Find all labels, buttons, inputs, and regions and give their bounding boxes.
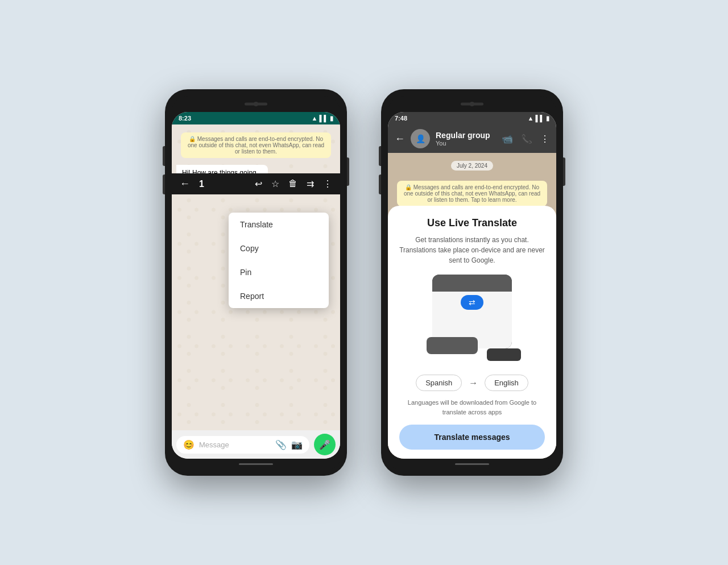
toolbar-actions: ↩ ☆ 🗑 ⇉ ⋮	[255, 178, 332, 189]
illus-phone-top	[432, 275, 512, 292]
forward-icon[interactable]: ⇉	[307, 178, 314, 189]
signal-icon: ▌▌	[319, 115, 328, 122]
voice-call-icon[interactable]: 📞	[521, 134, 532, 144]
camera-icon[interactable]: 📷	[291, 439, 303, 450]
translate-messages-button[interactable]: Translate messages	[399, 425, 545, 450]
phone1-screen: 8:23 ▲ ▌▌ ▮ ← 1 ↩ ☆ 🗑 ⇉ ⋮ 🔒 Messages and…	[172, 112, 340, 459]
mic-button[interactable]: 🎤	[314, 434, 336, 455]
phone2-camera	[470, 102, 474, 106]
phone-1: 8:23 ▲ ▌▌ ▮ ← 1 ↩ ☆ 🗑 ⇉ ⋮ 🔒 Messages and…	[165, 89, 347, 476]
more-icon[interactable]: ⋮	[323, 178, 332, 189]
message-input-area[interactable]: 😊 Message 📎 📷	[176, 436, 309, 454]
message-toolbar: ← 1 ↩ ☆ 🗑 ⇉ ⋮	[172, 173, 340, 194]
source-language-pill[interactable]: Spanish	[416, 375, 462, 391]
phone1-time: 8:23	[179, 115, 191, 122]
encryption-notice-2: 🔒 Messages and calls are end-to-end encr…	[397, 181, 547, 206]
emoji-icon[interactable]: 😊	[183, 439, 195, 450]
language-selector-row: Spanish → English	[416, 375, 528, 391]
menu-item-copy[interactable]: Copy	[229, 236, 329, 260]
phone1-status-icons: ▲ ▌▌ ▮	[312, 115, 333, 122]
arrow-icon: →	[469, 378, 478, 388]
chat-messages-2: July 2, 2024 🔒 Messages and calls are en…	[388, 153, 556, 214]
phone2-screen: 7:48 ▲ ▌▌ ▮ ← 👤 Regular group You 📹 📞 ⋮	[388, 112, 556, 459]
illus-bubble-2	[487, 348, 521, 361]
phone2-status-icons: ▲ ▌▌ ▮	[528, 115, 549, 122]
home-indicator	[239, 463, 273, 465]
live-translate-sheet: Use Live Translate Get translations inst…	[388, 206, 556, 459]
group-header: ← 👤 Regular group You 📹 📞 ⋮	[388, 124, 556, 153]
chat-background: 🔒 Messages and calls are end-to-end encr…	[172, 124, 340, 430]
group-subtitle: You	[436, 140, 496, 147]
battery-icon: ▮	[330, 115, 333, 122]
attach-icon[interactable]: 📎	[275, 439, 287, 450]
menu-item-report[interactable]: Report	[229, 284, 329, 308]
battery-icon2: ▮	[546, 115, 549, 122]
phone1-camera	[254, 102, 258, 106]
selected-count: 1	[199, 179, 246, 189]
translate-icon-illus: ⇄	[469, 298, 475, 307]
phone1-notch	[172, 96, 340, 112]
illus-translate-button: ⇄	[461, 295, 483, 310]
phone1-status-bar: 8:23 ▲ ▌▌ ▮	[172, 112, 340, 124]
phone-2: 7:48 ▲ ▌▌ ▮ ← 👤 Regular group You 📹 📞 ⋮	[381, 89, 563, 476]
phone2-status-bar: 7:48 ▲ ▌▌ ▮	[388, 112, 556, 124]
chat-background-2: July 2, 2024 🔒 Messages and calls are en…	[388, 153, 556, 459]
reply-icon[interactable]: ↩	[255, 178, 262, 189]
wifi-icon2: ▲	[528, 115, 534, 122]
home-indicator-2	[455, 463, 489, 465]
header-action-icons: 📹 📞 ⋮	[502, 134, 549, 144]
date-badge: July 2, 2024	[451, 161, 493, 171]
video-call-icon[interactable]: 📹	[502, 134, 513, 144]
mic-icon: 🎤	[319, 439, 330, 450]
context-menu: Translate Copy Pin Report	[229, 213, 329, 308]
phone1-home-bar	[172, 459, 340, 469]
phone2-home-bar	[388, 459, 556, 469]
back-button[interactable]: ←	[395, 133, 405, 145]
menu-item-pin[interactable]: Pin	[229, 260, 329, 284]
sheet-description: Get translations instantly as you chat. …	[399, 235, 545, 265]
menu-item-translate[interactable]: Translate	[229, 213, 329, 236]
phone2-notch	[388, 96, 556, 112]
target-language-pill[interactable]: English	[485, 375, 528, 391]
sheet-title: Use Live Translate	[427, 217, 517, 229]
star-icon[interactable]: ☆	[271, 178, 279, 189]
group-name: Regular group	[436, 131, 496, 140]
header-info: Regular group You	[436, 131, 496, 147]
illus-bubble-1	[427, 337, 478, 354]
chat-input-bar: 😊 Message 📎 📷 🎤	[172, 430, 340, 459]
wifi-icon: ▲	[312, 115, 318, 122]
download-note: Languages will be downloaded from Google…	[399, 398, 545, 417]
message-input-placeholder[interactable]: Message	[199, 441, 271, 449]
translate-illustration: ⇄	[415, 275, 529, 365]
delete-icon[interactable]: 🗑	[288, 178, 297, 189]
signal-icon2: ▌▌	[535, 115, 544, 122]
group-avatar: 👤	[411, 129, 430, 148]
back-icon[interactable]: ←	[180, 178, 190, 190]
more-options-icon[interactable]: ⋮	[540, 134, 549, 144]
phone2-time: 7:48	[395, 115, 407, 122]
encryption-notice: 🔒 Messages and calls are end-to-end encr…	[181, 132, 331, 158]
